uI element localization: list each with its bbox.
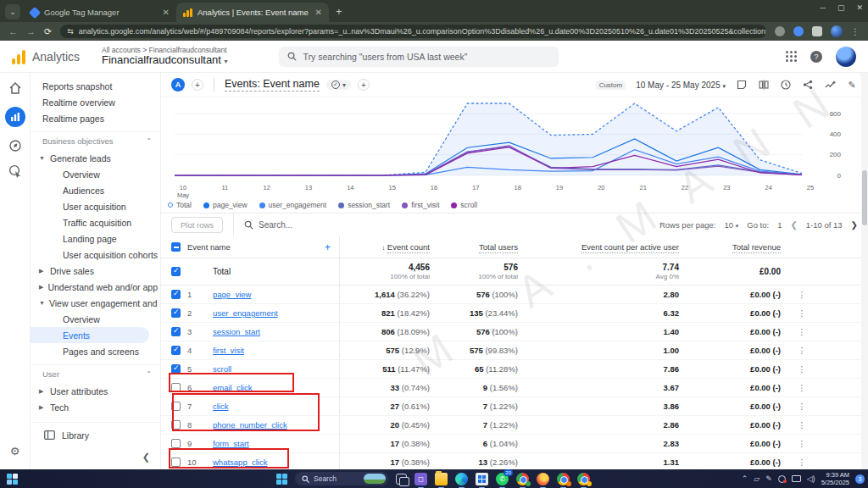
page-prev-icon[interactable]: ❮ <box>790 220 797 230</box>
window-maximize-icon[interactable]: ▢ <box>837 3 845 12</box>
column-event-count[interactable]: ↓ Event count <box>340 242 430 252</box>
row-menu-icon[interactable]: ⋮ <box>781 308 823 318</box>
legend-page-view[interactable]: page_view <box>203 201 248 209</box>
reload-icon[interactable]: ⟳ <box>44 26 52 37</box>
insights-icon[interactable] <box>824 79 836 91</box>
browser-profile-avatar[interactable] <box>831 25 843 37</box>
report-saved-chip[interactable]: ✓▾ <box>326 80 351 90</box>
task-view-icon[interactable] <box>396 474 407 485</box>
add-report-tab-button[interactable]: + <box>358 79 370 91</box>
row-checkbox[interactable] <box>171 346 181 355</box>
forward-icon[interactable]: → <box>26 26 36 36</box>
event-name-link[interactable]: form_start <box>213 439 249 448</box>
row-checkbox[interactable] <box>171 308 181 318</box>
sidebar-item-overview[interactable]: Overview <box>31 311 160 327</box>
compare-icon[interactable] <box>758 79 770 91</box>
tab-close-icon[interactable]: ✕ <box>315 8 322 17</box>
sidebar-item-library[interactable]: Library <box>31 422 160 447</box>
scrollbar-thumb[interactable] <box>862 170 867 225</box>
tab-close-icon[interactable]: ✕ <box>163 8 170 17</box>
row-menu-icon[interactable]: ⋮ <box>781 420 823 430</box>
edge-icon[interactable] <box>455 473 468 485</box>
row-menu-icon[interactable]: ⋮ <box>781 439 823 448</box>
sidebar-item-realtime-overview[interactable]: Realtime overview <box>31 94 160 110</box>
admin-gear-icon[interactable]: ⚙ <box>10 445 20 458</box>
report-title[interactable]: Events: Event name <box>225 78 320 92</box>
whatsapp-icon[interactable]: ✆20 <box>496 473 509 485</box>
new-tab-button[interactable]: + <box>336 5 342 18</box>
row-checkbox[interactable] <box>171 327 181 336</box>
legend-first-visit[interactable]: first_visit <box>402 201 439 209</box>
row-menu-icon[interactable]: ⋮ <box>781 458 823 467</box>
address-bar[interactable]: ⇆ analytics.google.com/analytics/web/#/p… <box>60 25 766 38</box>
notes-icon[interactable] <box>736 79 748 91</box>
user-avatar[interactable] <box>836 47 856 67</box>
goto-input[interactable]: 1 <box>777 220 782 230</box>
sidebar-item-traffic-acquisition[interactable]: Traffic acquisition <box>31 214 160 230</box>
add-comparison-button[interactable]: + <box>192 79 203 91</box>
event-name-link[interactable]: first_visit <box>213 346 244 355</box>
plot-rows-button[interactable]: Plot rows <box>171 217 223 233</box>
row-checkbox[interactable] <box>171 383 181 392</box>
analytics-logo-icon[interactable] <box>12 49 25 64</box>
tray-display-icon[interactable] <box>792 475 801 482</box>
legend-session-start[interactable]: session_start <box>338 201 390 209</box>
extension-icon[interactable] <box>793 26 804 36</box>
tray-expand-icon[interactable]: ⌃ <box>742 474 748 483</box>
chrome-icon[interactable] <box>516 473 529 485</box>
tray-pen-icon[interactable]: ✎ <box>765 474 772 483</box>
sidebar-item-overview[interactable]: Overview <box>31 166 160 182</box>
advertising-icon[interactable] <box>8 164 22 178</box>
window-close-icon[interactable]: ✕ <box>856 3 863 12</box>
browser-tab-analytics-events-event-name[interactable]: Analytics | Events: Event name✕ <box>176 3 329 22</box>
notification-badge[interactable]: 3 <box>855 474 865 484</box>
sidebar-item-view-user-engagement-and-r[interactable]: ▼View user engagement and r... <box>31 295 160 311</box>
select-all-checkbox[interactable] <box>171 242 181 252</box>
sidebar-item-pages-and-screens[interactable]: Pages and screens <box>31 343 160 359</box>
row-menu-icon[interactable]: ⋮ <box>781 402 823 411</box>
tab-search-icon[interactable]: ⌄ <box>5 4 20 19</box>
extensions-puzzle-icon[interactable] <box>812 26 822 36</box>
row-checkbox[interactable] <box>171 439 181 448</box>
sidebar-item-user[interactable]: User⌃ <box>31 364 160 383</box>
row-checkbox[interactable] <box>171 290 181 299</box>
row-checkbox[interactable] <box>171 364 181 374</box>
row-checkbox[interactable] <box>171 402 181 411</box>
sidebar-item-realtime-pages[interactable]: Realtime pages <box>31 110 160 126</box>
rows-per-page-select[interactable]: 10 ▾ <box>725 220 739 230</box>
add-column-icon[interactable]: + <box>325 241 331 253</box>
table-search[interactable]: Search... <box>233 214 292 236</box>
widgets-icon[interactable] <box>7 474 18 485</box>
sidebar-item-generate-leads[interactable]: ▼Generate leads <box>31 150 160 166</box>
sidebar-item-tech[interactable]: ▶Tech <box>31 399 160 415</box>
row-menu-icon[interactable]: ⋮ <box>781 364 823 374</box>
sidebar-item-user-acquisition-cohorts[interactable]: User acquisition cohorts <box>31 247 160 263</box>
sidebar-item-events[interactable]: Events <box>31 327 149 343</box>
legend-total[interactable]: Total <box>168 201 192 209</box>
row-menu-icon[interactable]: ⋮ <box>781 383 823 392</box>
total-row-checkbox[interactable] <box>171 267 181 276</box>
explore-icon[interactable] <box>8 139 22 152</box>
firefox-icon[interactable] <box>537 473 549 485</box>
microsoft-store-icon[interactable] <box>476 473 488 485</box>
window-minimize-icon[interactable]: ─ <box>821 3 826 12</box>
collapse-sidebar-icon[interactable]: ❮ <box>142 452 150 463</box>
tray-volume-icon[interactable]: ◁) <box>807 474 815 483</box>
google-apps-grid-icon[interactable] <box>786 51 797 62</box>
sidebar-item-user-attributes[interactable]: ▶User attributes <box>31 383 160 399</box>
row-checkbox[interactable] <box>171 420 181 430</box>
help-icon[interactable]: ? <box>810 51 822 63</box>
tray-touchpad-icon[interactable]: ▱ <box>754 474 760 483</box>
teams-chat-icon[interactable]: ◻ <box>415 473 427 485</box>
site-info-icon[interactable]: ⇆ <box>67 27 74 36</box>
start-button-icon[interactable] <box>276 474 287 485</box>
back-icon[interactable]: ← <box>8 26 18 36</box>
sidebar-item-reports-snapshot[interactable]: Reports snapshot <box>31 78 160 94</box>
page-scrollbar[interactable] <box>861 73 868 469</box>
event-name-link[interactable]: scroll <box>213 364 231 374</box>
event-name-link[interactable]: whatsapp_click <box>213 458 267 467</box>
comparison-badge-a[interactable]: A <box>171 78 185 92</box>
sidebar-item-audiences[interactable]: Audiences <box>31 182 160 198</box>
clock[interactable]: 9:39 AM 5/25/2025 <box>821 471 849 487</box>
event-name-link[interactable]: email_click <box>213 383 252 392</box>
